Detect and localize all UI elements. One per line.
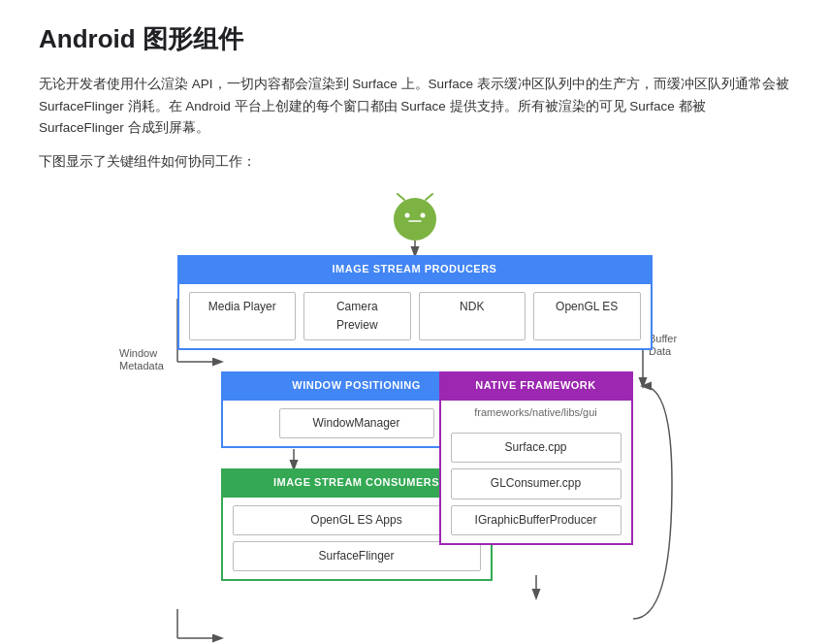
svg-line-3 [398,194,404,200]
svg-text:Metadata: Metadata [119,360,165,371]
svg-line-4 [426,194,432,200]
producer-media-player: Media Player [189,292,297,340]
consumer-surface-flinger: SurfaceFlinger [233,541,481,571]
svg-point-0 [394,198,436,241]
producer-opengl-es: OpenGL ES [533,292,641,340]
diagram: Window Metadata Buffer Data Buffer Data [71,192,759,644]
producers-section: IMAGE STREAM PRODUCERS Media Player Came… [177,255,653,350]
native-framework-body: Surface.cpp GLConsumer.cpp IGraphicBuffe… [439,425,633,545]
native-igraphicbufferproducer: IGraphicBufferProducer [451,505,622,535]
svg-point-2 [420,213,425,218]
native-surface-cpp: Surface.cpp [451,433,622,463]
native-framework-header: NATIVE FRAMEWORK [439,371,633,401]
native-glconsumer-cpp: GLConsumer.cpp [451,468,622,499]
native-framework-section: NATIVE FRAMEWORK frameworks/native/libs/… [439,371,633,545]
intro-text: 无论开发者使用什么渲染 API，一切内容都会渲染到 Surface 上。Surf… [39,74,790,141]
producers-items: Media Player Camera Preview NDK OpenGL E… [177,284,653,350]
producer-camera-preview: Camera Preview [303,292,411,340]
svg-point-1 [404,213,409,218]
producers-header: IMAGE STREAM PRODUCERS [177,255,653,284]
desc-text: 下图显示了关键组件如何协同工作： [39,151,790,173]
page-title: Android 图形组件 [39,19,790,60]
svg-text:Window: Window [119,347,157,359]
producer-ndk: NDK [419,292,526,340]
window-manager-box: WindowManager [279,408,434,438]
svg-text:Buffer: Buffer [649,333,677,344]
native-subtext: frameworks/native/libs/gui [439,401,633,426]
